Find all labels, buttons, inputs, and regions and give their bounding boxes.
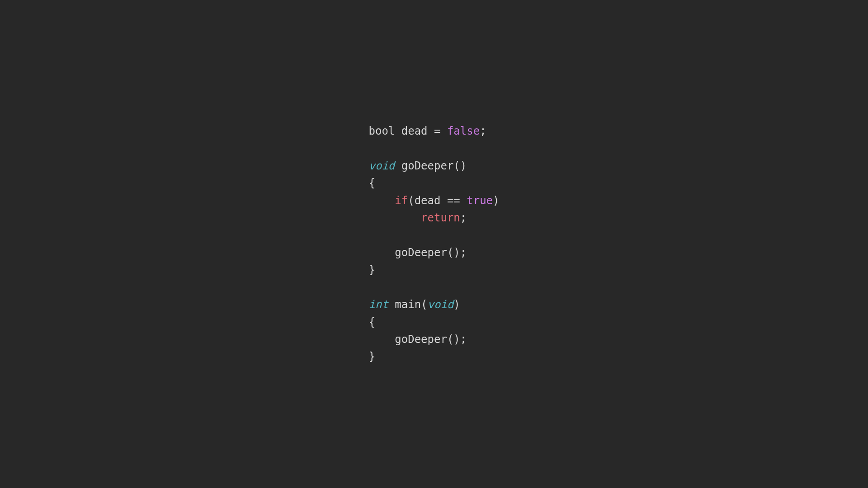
code-token xyxy=(428,125,434,137)
code-token: bool xyxy=(368,125,395,137)
code-token xyxy=(368,333,395,346)
code-token: { xyxy=(368,316,375,328)
code-token xyxy=(440,194,447,207)
code-token: ( xyxy=(408,194,414,207)
code-token: return xyxy=(421,211,460,224)
code-token: } xyxy=(368,263,375,276)
code-token: goDeeper xyxy=(401,160,454,172)
code-token: goDeeper xyxy=(395,246,447,259)
code-token: main xyxy=(395,298,421,311)
code-token xyxy=(388,298,395,311)
code-token: int xyxy=(368,298,388,311)
code-token: ) xyxy=(493,194,499,207)
code-token: false xyxy=(447,125,480,137)
code-snippet: bool dead = false; void goDeeper() { if(… xyxy=(368,122,499,365)
code-token: ) xyxy=(453,298,460,311)
code-token: { xyxy=(368,177,375,189)
code-token: true xyxy=(467,194,493,207)
code-token xyxy=(368,211,421,224)
code-token: void xyxy=(428,298,454,311)
code-token: if xyxy=(395,194,408,207)
code-token: (); xyxy=(447,333,467,346)
code-token: == xyxy=(447,194,460,207)
code-token: } xyxy=(368,350,375,363)
code-token: dead xyxy=(415,194,441,207)
code-token: void xyxy=(368,160,395,172)
code-token xyxy=(395,160,401,172)
code-token: ; xyxy=(480,125,486,137)
code-token: ; xyxy=(460,211,467,224)
code-token: (); xyxy=(447,246,467,259)
code-token xyxy=(395,125,401,137)
code-token: goDeeper xyxy=(395,333,447,346)
code-token: dead xyxy=(401,125,428,137)
code-token xyxy=(368,194,395,207)
code-token xyxy=(440,125,447,137)
code-token xyxy=(368,246,395,259)
code-token: ( xyxy=(421,298,427,311)
code-token xyxy=(460,194,467,207)
code-token: () xyxy=(453,160,467,172)
code-token: = xyxy=(434,125,440,137)
